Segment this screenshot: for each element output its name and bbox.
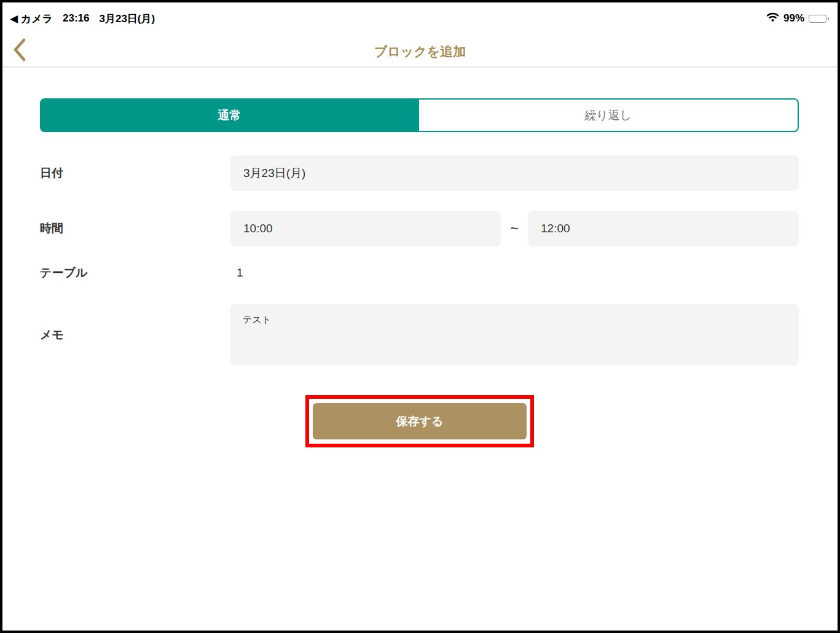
app-screen: ◀ カメラ 23:16 3月23日(月) 99% [0, 0, 840, 633]
tab-repeat[interactable]: 繰り返し [419, 98, 799, 132]
block-type-tabs: 通常 繰り返し [40, 98, 799, 132]
date-label: 日付 [40, 155, 63, 191]
memo-label: メモ [40, 320, 64, 350]
page-title: ブロックを追加 [2, 43, 838, 60]
annotation-highlight-box: 保存する [305, 395, 534, 447]
status-date: 3月23日(月) [99, 12, 155, 26]
time-label: 時間 [40, 211, 63, 246]
status-bar: ◀ カメラ 23:16 3月23日(月) 99% [10, 7, 829, 29]
date-field[interactable]: 3月23日(月) [230, 155, 799, 191]
status-time: 23:16 [63, 12, 89, 25]
battery-icon-nub [828, 17, 829, 20]
battery-percent: 99% [783, 12, 804, 25]
table-label: テーブル [40, 258, 87, 288]
tab-normal[interactable]: 通常 [40, 98, 419, 132]
time-start-field[interactable]: 10:00 [230, 211, 501, 246]
header-divider [2, 66, 838, 68]
time-end-field[interactable]: 12:00 [528, 211, 799, 246]
status-bar-left: ◀ カメラ 23:16 3月23日(月) [10, 12, 155, 26]
time-range-separator: ~ [501, 211, 528, 246]
status-bar-right: 99% [766, 12, 829, 25]
memo-textarea[interactable]: テスト [230, 304, 799, 366]
back-to-app-indicator[interactable]: ◀ カメラ [10, 12, 53, 26]
wifi-icon [766, 12, 779, 25]
save-button[interactable]: 保存する [313, 403, 527, 439]
battery-icon [809, 15, 826, 23]
table-value[interactable]: 1 [237, 258, 243, 288]
